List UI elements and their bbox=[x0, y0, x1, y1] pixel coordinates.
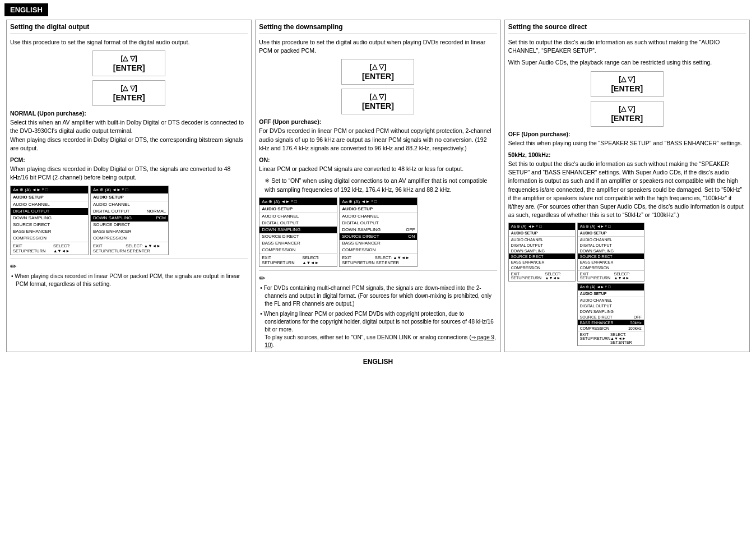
footer-label: ENGLISH bbox=[363, 358, 393, 366]
col3-screens-outer: Aa ⊕ (A) ◄► ᵖ □ AUDIO SETUP AUDIO CHANNE… bbox=[508, 223, 746, 346]
col3-intro2: With Super Audio CDs, the playback range… bbox=[508, 58, 746, 67]
col3-s1-item5: BASS ENHANCER bbox=[509, 259, 575, 265]
col1-s1-footer: EXIT SETUP/RETURN SELECT: ▲▼◄► bbox=[11, 242, 88, 255]
col2-on-title: ON: bbox=[259, 156, 497, 163]
col3-s2-item2: DIGITAL OUTPUT bbox=[578, 242, 644, 248]
col3-s2-footer: EXIT SETUP/RETURN SELECT: ▲▼◄► bbox=[578, 270, 644, 281]
col3-screens-container: Aa ⊕ (A) ◄► ᵖ □ AUDIO SETUP AUDIO CHANNE… bbox=[508, 223, 746, 346]
col2-note1: For DVDs containing multi-channel PCM si… bbox=[259, 284, 497, 308]
col1-enter-box2: [△ ▽] [ENTER] bbox=[92, 80, 165, 106]
col2-s2-item4: SOURCE DIRECTON bbox=[340, 233, 417, 240]
col2-off-title: OFF (Upon purchase): bbox=[259, 118, 497, 125]
col3-s3-header: Aa ⊕ (A) ◄► ᵖ □ bbox=[578, 284, 644, 290]
col3-s1-title: AUDIO SETUP bbox=[509, 230, 575, 237]
col3-s3-item6: COMPRESSION100kHz bbox=[578, 325, 644, 331]
col2-s1-item6: COMPRESSION bbox=[259, 247, 337, 253]
col2-s1-item4: SOURCE DIRECT bbox=[259, 233, 337, 240]
page-footer: ENGLISH bbox=[0, 358, 756, 366]
col1-section: Setting the digital output Use this proc… bbox=[6, 20, 252, 352]
col1-s1-header: Aa ⊕ (A) ◄► ᵖ □ bbox=[11, 186, 88, 193]
col3-s1-item6: COMPRESSION bbox=[509, 265, 575, 270]
col1-s1-title: AUDIO SETUP bbox=[11, 193, 88, 201]
col3-s1-footer: EXIT SETUP/RETURN SELECT: ▲▼◄► bbox=[509, 270, 575, 281]
col2-screens: Aa ⊕ (A) ◄► ᵖ □ AUDIO SETUP AUDIO CHANNE… bbox=[259, 197, 497, 267]
col3-off-title: OFF (Upon purchase): bbox=[508, 131, 746, 137]
col2-off-text: For DVDs recorded in linear PCM or packe… bbox=[259, 127, 497, 153]
col3-s3-item3: DOWN SAMPLING bbox=[578, 308, 644, 314]
col1-intro: Use this procedure to set the signal for… bbox=[10, 38, 248, 47]
col2-s2-item1: AUDIO CHANNEL bbox=[340, 213, 417, 220]
col3-screen1: Aa ⊕ (A) ◄► ᵖ □ AUDIO SETUP AUDIO CHANNE… bbox=[508, 223, 576, 282]
col1-screens: Aa ⊕ (A) ◄► ᵖ □ AUDIO SETUP AUDIO CHANNE… bbox=[10, 186, 248, 255]
col3-s2-header: Aa ⊕ (A) ◄► ᵖ □ bbox=[578, 223, 644, 230]
col3-screens-nested: Aa ⊕ (A) ◄► ᵖ □ AUDIO SETUP AUDIO CHANNE… bbox=[577, 223, 644, 346]
col3-50k-title: 50kHz, 100kHz: bbox=[508, 151, 746, 158]
page-header: ENGLISH bbox=[0, 0, 756, 20]
col3-s2-item4: SOURCE DIRECT bbox=[578, 253, 644, 259]
col1-s2-item2: DIGITAL OUTPUTNORMAL bbox=[91, 208, 168, 215]
col3-s3-footer: EXIT SETUP/RETURN SELECT: ▲▼◄► SET:ENTER bbox=[578, 331, 644, 345]
col2-s2-header: Aa ⊕ (A) ◄► ᵖ □ bbox=[340, 198, 417, 205]
col2-section: Setting the downsampling Use this proced… bbox=[255, 20, 500, 352]
col1-normal-text: Select this when an AV amplifier with bu… bbox=[10, 118, 248, 153]
col2-s2-item2: DIGITAL OUTPUT bbox=[340, 220, 417, 227]
col3-s1-item2: DIGITAL OUTPUT bbox=[509, 242, 575, 248]
col1-s1-item5: BASS ENHANCER bbox=[11, 228, 88, 235]
col2-s2-item6: COMPRESSION bbox=[340, 247, 417, 253]
col3-s2-title: AUDIO SETUP bbox=[578, 230, 644, 237]
col3-s2-item1: AUDIO CHANNEL bbox=[578, 237, 644, 242]
col3-title: Setting the source direct bbox=[508, 20, 746, 34]
col3-s2-item5: BASS ENHANCER bbox=[578, 259, 644, 265]
col2-s1-header: Aa ⊕ (A) ◄► ᵖ □ bbox=[259, 198, 337, 205]
col1-s2-item5: BASS ENHANCER bbox=[91, 228, 168, 235]
col2-title: Setting the downsampling bbox=[259, 20, 497, 34]
col3-s3-title: AUDIO SETUP bbox=[578, 290, 644, 297]
col2-s2-item5: BASS ENHANCER bbox=[340, 240, 417, 247]
col3-s3-item1: AUDIO CHANNEL bbox=[578, 297, 644, 303]
col2-screen1: Aa ⊕ (A) ◄► ᵖ □ AUDIO SETUP AUDIO CHANNE… bbox=[259, 197, 337, 267]
col2-s1-item3: DOWN SAMPLING bbox=[259, 227, 337, 233]
col1-s2-item3: DOWN SAMPLINGPCM bbox=[91, 215, 168, 222]
col2-enter-box2: [△ ▽] [ENTER] bbox=[341, 89, 414, 114]
col3-s2-item6: COMPRESSION bbox=[578, 265, 644, 270]
col1-title: Setting the digital output bbox=[10, 20, 248, 34]
col2-notes: ✏ For DVDs containing multi-channel PCM … bbox=[259, 270, 497, 349]
col2-s1-title: AUDIO SETUP bbox=[259, 205, 337, 213]
col1-s2-item6: COMPRESSION bbox=[91, 235, 168, 242]
col3-enter-box2: [△ ▽] [ENTER] bbox=[591, 101, 664, 127]
col3-section: Setting the source direct Set this to ou… bbox=[504, 20, 750, 352]
col2-note-icon: ✏ bbox=[259, 274, 497, 283]
col3-s3-item4: SOURCE DIRECTOFF bbox=[578, 314, 644, 320]
col2-s1-footer: EXIT SETUP/RETURN SELECT: ▲▼◄► bbox=[259, 253, 337, 266]
col1-s1-item4: SOURCE DIRECT bbox=[11, 222, 88, 228]
col3-s3-item2: DIGITAL OUTPUT bbox=[578, 303, 644, 308]
col1-pcm-title: PCM: bbox=[10, 156, 248, 163]
col3-intro1: Set this to output the disc's audio info… bbox=[508, 38, 746, 55]
col3-off-text: Select this when playing using the “SPEA… bbox=[508, 139, 746, 147]
col3-s1-item4: SOURCE DIRECT bbox=[509, 253, 575, 259]
col2-s2-title: AUDIO SETUP bbox=[340, 205, 417, 213]
col1-screen1: Aa ⊕ (A) ◄► ᵖ □ AUDIO SETUP AUDIO CHANNE… bbox=[10, 186, 89, 255]
col1-note1: When playing discs recorded in linear PC… bbox=[10, 273, 248, 288]
col1-s1-item1: AUDIO CHANNEL bbox=[11, 201, 88, 208]
col2-on-text: Linear PCM or packed PCM signals are con… bbox=[259, 165, 497, 173]
col2-s2-item3: DOWN SAMPLINGOFF bbox=[340, 227, 417, 233]
col2-intro: Use this procedure to set the digital au… bbox=[259, 38, 497, 55]
col2-s1-item2: DIGITAL OUTPUT bbox=[259, 220, 337, 227]
col2-on-note: ※ Set to “ON” when using digital connect… bbox=[259, 177, 497, 193]
col1-s2-footer: EXIT SETUP/RETURN SELECT: ▲▼◄► SET:ENTER bbox=[91, 242, 168, 255]
col1-enter-box1: [△ ▽] [ENTER] bbox=[92, 50, 165, 76]
col1-notes: ✏ When playing discs recorded in linear … bbox=[10, 259, 248, 288]
col1-pcm-text: When playing discs recorded in Dolby Dig… bbox=[10, 165, 248, 182]
col1-s2-item1: AUDIO CHANNEL bbox=[91, 201, 168, 208]
col3-enter-box1: [△ ▽] [ENTER] bbox=[591, 71, 664, 97]
col1-s2-header: Aa ⊕ (A) ◄► ᵖ □ bbox=[91, 186, 168, 193]
col1-screen2: Aa ⊕ (A) ◄► ᵖ □ AUDIO SETUP AUDIO CHANNE… bbox=[90, 186, 169, 255]
col1-normal-title: NORMAL (Upon purchase): bbox=[10, 110, 248, 117]
main-content: Setting the digital output Use this proc… bbox=[0, 20, 756, 352]
col1-s1-item6: COMPRESSION bbox=[11, 235, 88, 242]
col3-s1-item3: DOWN SAMPLING bbox=[509, 248, 575, 253]
col3-s1-item1: AUDIO CHANNEL bbox=[509, 237, 575, 242]
col3-screen3: Aa ⊕ (A) ◄► ᵖ □ AUDIO SETUP AUDIO CHANNE… bbox=[577, 283, 644, 346]
col3-s2-item3: DOWN SAMPLING bbox=[578, 248, 644, 253]
